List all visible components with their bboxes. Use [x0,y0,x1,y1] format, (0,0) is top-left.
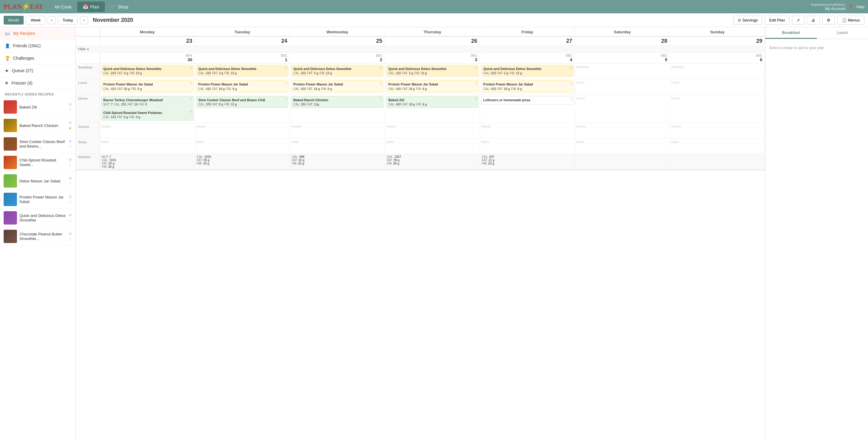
drag-handle-icon[interactable]: ⠿ [380,82,382,85]
snacks-mon[interactable]: Snacks [100,123,195,138]
nav-shop[interactable]: 🛒 Shop [105,1,134,12]
list-item[interactable]: Baked Ziti ⊕ ☆ [0,98,75,116]
lunch-wed[interactable]: ⠿ Protein Power Mason Jar Salad CAL: 415… [290,79,385,94]
drag-handle-icon[interactable]: ⠿ [285,66,287,70]
notes-thu[interactable]: Notes [385,139,480,154]
dinner-fri[interactable]: ⠿ Leftovers or homemade pizza [480,95,575,123]
lunch-thu[interactable]: ⠿ Protein Power Mason Jar Salad CAL: 415… [385,79,480,94]
breakfast-thu[interactable]: ⠿ Quick and Delicious Detox Smoothie CAL… [385,64,480,79]
recipe-card[interactable]: ⠿ Baked Ziti CAL: 420FAT: 18 g FIB: 6 g [386,96,478,108]
today-btn[interactable]: Today [58,16,78,25]
drag-handle-icon[interactable]: ⠿ [380,97,382,101]
prev-btn[interactable]: ‹ [48,16,55,24]
tab-lunch[interactable]: Lunch [817,27,868,39]
drag-handle-icon[interactable]: ⠿ [570,66,572,70]
breakfast-mon[interactable]: ⠿ Quick and Delicious Detox Smoothie CAL… [100,64,195,79]
dinner-thu[interactable]: ⠿ Baked Ziti CAL: 420FAT: 18 g FIB: 6 g [385,95,480,123]
lunch-sat[interactable]: Lunch [575,79,670,94]
dinner-tue[interactable]: + ⠿ Slow Cooker Classic Beef and Beans C… [195,95,290,123]
recipe-card[interactable]: ⠿ Protein Power Mason Jar Salad CAL: 415… [481,80,574,92]
nav-cook[interactable]: 🍽 Cook [50,2,77,12]
lunch-tue[interactable]: ⠿ Protein Power Mason Jar Salad CAL: 415… [195,79,290,94]
drag-handle-icon[interactable]: ⠿ [190,66,192,70]
star-icon[interactable]: ★ [68,126,72,130]
drag-handle-icon[interactable]: ⠿ [190,97,192,101]
sidebar-friends[interactable]: 👤 Friends (1941) [0,40,75,52]
star-icon[interactable]: ☆ [68,181,72,186]
recipe-card[interactable]: ⠿ Quick and Delicious Detox Smoothie CAL… [386,65,478,77]
week-view-btn[interactable]: Week [26,16,45,25]
recipe-card[interactable]: ⠿ Leftovers or homemade pizza [481,96,574,105]
sidebar-queue[interactable]: ★ Queue (27) [0,64,75,77]
list-item[interactable]: Detox Mason Jar Salad ⊕ ☆ [0,172,75,190]
breakfast-sat[interactable]: Breakfast [575,64,670,79]
drag-handle-icon[interactable]: ⠿ [570,82,572,85]
list-item[interactable]: Protein Power Mason Jar Salad ⊕ ☆ [0,190,75,209]
snacks-tue[interactable]: Snacks [195,123,290,138]
settings-btn[interactable]: ⚙ [822,16,835,25]
menus-btn[interactable]: 📋 Menus [837,16,864,25]
sidebar-challenges[interactable]: 🏆 Challenges [0,52,75,64]
notes-mon[interactable]: Notes [100,139,195,154]
print-btn[interactable]: 🖨 [807,16,820,25]
add-to-plan-icon[interactable]: ⊕ [69,121,72,125]
add-to-plan-icon[interactable]: ⊕ [69,139,72,143]
edit-plan-btn[interactable]: Edit Plan [765,16,789,25]
add-to-plan-icon[interactable]: ⊕ [69,232,72,236]
list-item[interactable]: Baked Ranch Chicken ⊕ ★ [0,116,75,135]
dinner-sat[interactable]: Dinner [575,95,670,123]
add-to-plan-icon[interactable]: ⊕ [69,195,72,199]
app-logo[interactable]: PLAN⚡EAT [4,3,43,10]
share-btn[interactable]: ↗ [792,16,804,25]
recipe-card[interactable]: ⠿ Quick and Delicious Detox Smoothie CAL… [481,65,574,77]
recipe-card[interactable]: ⠿ Protein Power Mason Jar Salad CAL: 415… [196,80,289,92]
drag-handle-icon[interactable]: ⠿ [285,82,287,85]
servings-btn[interactable]: ⊙ Servings [733,16,762,25]
notes-wed[interactable]: Notes [290,139,385,154]
dinner-sun[interactable]: Dinner [670,95,765,123]
snacks-wed[interactable]: Snacks [290,123,385,138]
drag-handle-icon[interactable]: ⠿ [475,66,477,70]
drag-handle-icon[interactable]: ⠿ [190,82,192,85]
list-item[interactable]: Chocolate Peanut Butter Smoothie... ⊕ ☆ [0,227,75,246]
add-to-plan-icon[interactable]: ⊕ [69,157,72,162]
add-to-plan-icon[interactable]: ⊕ [69,102,72,106]
dinner-mon[interactable]: ⠿ Bacon Turkey Cheeseburger Meatloaf NUT… [100,95,195,123]
snacks-sun[interactable]: Snacks [670,123,765,138]
lunch-mon[interactable]: ⠿ Protein Power Mason Jar Salad CAL: 415… [100,79,195,94]
star-icon[interactable]: ☆ [68,218,72,223]
hide-row[interactable]: Hide ∧ [76,46,765,53]
snacks-thu[interactable]: Snacks [385,123,480,138]
snacks-sat[interactable]: Snacks [575,123,670,138]
notes-tue[interactable]: Notes [195,139,290,154]
star-icon[interactable]: ☆ [68,108,72,112]
next-btn[interactable]: › [80,16,88,24]
account-info[interactable]: Organizeyourselfskinny My Account [811,3,845,11]
breakfast-fri[interactable]: ⠿ Quick and Delicious Detox Smoothie CAL… [480,64,575,79]
add-to-plan-icon[interactable]: ⊕ [69,213,72,217]
drag-handle-icon[interactable]: ⠿ [190,110,192,114]
month-view-btn[interactable]: Month [4,16,24,25]
recipe-card[interactable]: ⠿ Quick and Delicious Detox Smoothie CAL… [196,65,289,77]
lunch-sun[interactable]: Lunch [670,79,765,94]
dinner-wed[interactable]: ⠿ Baked Ranch Chicken CAL: 251FAT: 11g [290,95,385,123]
list-item[interactable]: Quick and Delicious Detox Smoothie ⊕ ☆ [0,209,75,227]
recipe-card[interactable]: ⠿ Chili-Spiced Roasted Sweet Potatoes CA… [101,109,193,121]
list-item[interactable]: Chili-Spiced Roasted Sweet... ⊕ ☆ [0,153,75,172]
notes-fri[interactable]: Notes [480,139,575,154]
recipe-card[interactable]: ⠿ Protein Power Mason Jar Salad CAL: 415… [291,80,383,92]
star-icon[interactable]: ☆ [68,145,72,149]
star-icon[interactable]: ☆ [68,237,72,241]
list-item[interactable]: Slow Cooker Classic Beef and Beans... ⊕ … [0,135,75,153]
drag-handle-icon[interactable]: ⠿ [380,66,382,70]
star-icon[interactable]: ☆ [68,163,72,167]
sidebar-my-recipes[interactable]: 📖 My Recipes [0,27,75,40]
recipe-card[interactable]: ⠿ Quick and Delicious Detox Smoothie CAL… [291,65,383,77]
breakfast-tue[interactable]: ⠿ Quick and Delicious Detox Smoothie CAL… [195,64,290,79]
breakfast-wed[interactable]: ⠿ Quick and Delicious Detox Smoothie CAL… [290,64,385,79]
drag-handle-icon[interactable]: ⠿ [285,97,287,101]
recipe-card[interactable]: ⠿ Bacon Turkey Cheeseburger Meatloaf NUT… [101,96,193,108]
drag-handle-icon[interactable]: ⠿ [475,82,477,85]
star-icon[interactable]: ☆ [68,200,72,204]
drag-handle-icon[interactable]: ⠿ [475,97,477,101]
